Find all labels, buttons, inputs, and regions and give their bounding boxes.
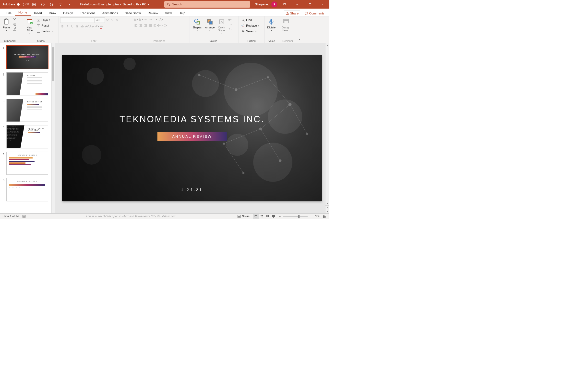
increase-font-icon[interactable]: A^ (105, 18, 110, 22)
autosave-toggle[interactable]: AutoSave Off (2, 3, 29, 6)
align-center-icon[interactable] (139, 23, 143, 28)
share-button[interactable]: Share (284, 10, 300, 16)
font-color-icon[interactable]: A▾ (99, 24, 104, 29)
change-case-icon[interactable]: Aa▾ (90, 24, 94, 29)
new-slide-button[interactable]: + New Slide ▾ (25, 18, 34, 35)
font-family-input[interactable] (60, 18, 94, 23)
format-painter-icon[interactable] (12, 27, 17, 31)
undo-icon[interactable] (39, 1, 46, 8)
strikethrough-icon[interactable]: S̶ (75, 24, 79, 29)
zoom-slider[interactable] (283, 216, 308, 217)
tab-file[interactable]: File (3, 10, 15, 16)
username[interactable]: Sharpened (255, 3, 269, 6)
tab-home[interactable]: Home (15, 9, 31, 16)
paste-button[interactable]: Paste ▾ (1, 18, 11, 32)
thumbnail-slide-4[interactable]: 1px #ccc}.gbrtl .gbmdisplay:block;positi… (6, 125, 48, 148)
drawing-dialog-icon[interactable] (218, 40, 221, 42)
design-ideas-button[interactable]: Design Ideas (281, 18, 291, 32)
line-spacing-icon[interactable]: ↕▾ (153, 18, 158, 22)
paragraph-dialog-icon[interactable] (166, 40, 169, 42)
select-button[interactable]: Select▾ (240, 29, 260, 34)
layout-button[interactable]: Layout▾ (35, 18, 54, 23)
sorter-view-icon[interactable] (259, 214, 265, 219)
search-input[interactable]: Search (164, 1, 250, 8)
clipboard-dialog-icon[interactable] (17, 40, 19, 42)
tab-insert[interactable]: Insert (31, 10, 45, 16)
tab-draw[interactable]: Draw (45, 10, 60, 16)
numbering-icon[interactable]: 123▾ (139, 18, 143, 22)
shape-fill-icon[interactable]: ◆▾ (227, 18, 232, 22)
replace-button[interactable]: abReplace▾ (240, 23, 260, 28)
zoom-out-icon[interactable]: − (279, 214, 281, 218)
justify-icon[interactable] (148, 23, 153, 28)
thumbnail-slide-6[interactable]: GROWTH BY SECTOR ———— ———— ———— (6, 178, 48, 201)
dictate-button[interactable]: Dictate▾ (266, 18, 277, 32)
underline-icon[interactable]: U (70, 24, 74, 29)
italic-icon[interactable]: I (65, 24, 69, 29)
char-spacing-icon[interactable]: AV (85, 24, 89, 29)
shadow-icon[interactable]: ab (80, 24, 84, 29)
font-dialog-icon[interactable] (97, 40, 100, 42)
tab-transitions[interactable]: Transitions (76, 10, 99, 16)
slideshow-view-icon[interactable] (271, 214, 276, 219)
fit-to-window-icon[interactable] (323, 214, 327, 218)
thumbnails-scrollbar[interactable] (51, 43, 55, 214)
bullets-icon[interactable]: ▾ (134, 18, 138, 22)
tab-view[interactable]: View (162, 10, 175, 16)
qat-more-icon[interactable]: ▾ (66, 1, 73, 8)
decrease-font-icon[interactable]: A˅ (110, 18, 115, 22)
decrease-indent-icon[interactable]: ⇤ (143, 18, 148, 22)
prev-slide-icon[interactable]: ▴ (325, 206, 329, 210)
slide-title[interactable]: TEKNOMEDIA SYSTEMS INC. (62, 114, 322, 124)
accessibility-icon[interactable] (22, 214, 26, 218)
text-direction-icon[interactable]: ↓A▾ (158, 18, 163, 22)
clear-formatting-icon[interactable] (115, 18, 119, 22)
slide-subtitle-banner[interactable]: ANNUAL REVIEW (157, 132, 227, 141)
cut-icon[interactable] (12, 18, 17, 22)
slide-date[interactable]: 1.24.21 (62, 188, 322, 192)
normal-view-icon[interactable] (253, 214, 259, 219)
thumbnail-slide-5[interactable]: GROWTH BY SECTOR (6, 152, 48, 175)
zoom-level[interactable]: 74% (314, 214, 320, 218)
tab-design[interactable]: Design (60, 10, 76, 16)
font-size-input[interactable]: 40▾ (95, 18, 105, 23)
section-button[interactable]: Section▾ (35, 29, 54, 34)
close-icon[interactable] (317, 0, 328, 8)
ribbon-display-icon[interactable] (279, 0, 290, 8)
shapes-button[interactable]: Shapes▾ (191, 18, 203, 32)
align-right-icon[interactable] (143, 23, 148, 28)
present-icon[interactable] (57, 1, 64, 8)
shape-outline-icon[interactable]: ▭▾ (227, 22, 232, 26)
columns-icon[interactable]: ▾ (153, 23, 158, 28)
smartart-icon[interactable]: ⬡▾ (163, 23, 167, 28)
bold-icon[interactable]: B (60, 24, 65, 29)
reset-button[interactable]: Reset (35, 23, 54, 28)
notes-button[interactable]: Notes (236, 214, 251, 219)
comments-button[interactable]: Comments (303, 11, 326, 16)
save-icon[interactable] (31, 1, 37, 8)
slide-counter[interactable]: Slide 1 of 14 (2, 214, 19, 218)
tab-review[interactable]: Review (144, 10, 162, 16)
quick-styles-button[interactable]: Quick Styles▾ (217, 18, 227, 35)
align-left-icon[interactable] (134, 23, 138, 28)
find-button[interactable]: Find (240, 18, 260, 23)
reading-view-icon[interactable] (265, 214, 271, 219)
slide-canvas[interactable]: TEKNOMEDIA SYSTEMS INC. ANNUAL REVIEW 1.… (62, 55, 322, 202)
thumbnail-slide-1[interactable]: TEKNOMEDIA SYSTEMS INC. ANNUAL REVIEW 1.… (6, 46, 48, 69)
tab-animations[interactable]: Animations (99, 10, 121, 16)
highlight-icon[interactable]: ▾ (94, 24, 99, 29)
slide-editor[interactable]: TEKNOMEDIA SYSTEMS INC. ANNUAL REVIEW 1.… (55, 43, 329, 214)
zoom-in-icon[interactable]: + (310, 214, 312, 218)
maximize-icon[interactable] (305, 0, 315, 8)
minimize-icon[interactable] (292, 0, 303, 8)
next-slide-icon[interactable]: ▾ (325, 210, 329, 214)
arrange-button[interactable]: Arrange▾ (204, 18, 216, 32)
slide-scrollbar[interactable]: ▲▼ ▴▾ (325, 43, 329, 214)
copy-icon[interactable] (12, 22, 17, 26)
align-text-icon[interactable]: [≡]▾ (158, 23, 163, 28)
shape-effects-icon[interactable]: ✦▾ (227, 27, 232, 31)
thumbnail-slide-2[interactable]: AGENDA (6, 72, 48, 95)
collapse-ribbon-icon[interactable]: ⌃ (296, 38, 303, 43)
tab-slideshow[interactable]: Slide Show (121, 10, 144, 16)
thumbnail-slide-3[interactable]: INTRODUCTION (6, 99, 48, 122)
